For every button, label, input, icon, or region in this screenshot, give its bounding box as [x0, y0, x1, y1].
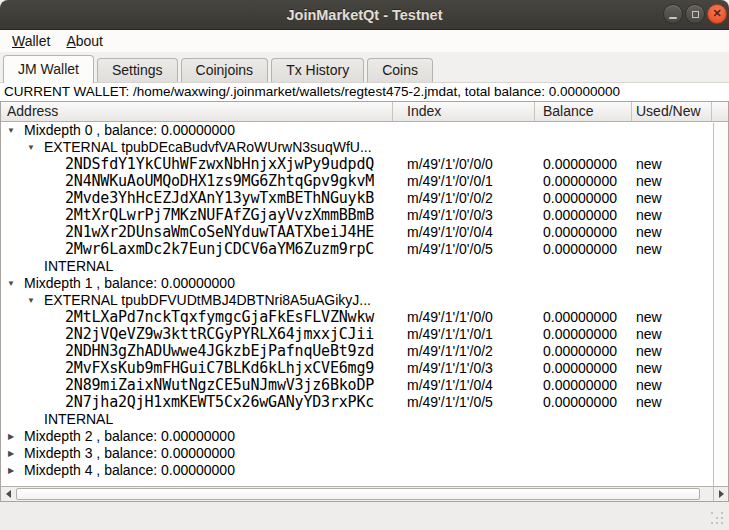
tree-row[interactable]: 2N1wXr2DUnsaWmCoSeNYduwTAATXbeiJ4HE m/49… [1, 224, 728, 241]
address-cell: 2Mwr6LaxmDc2k7EunjCDCV6aYM6Zuzm9rpC [1, 241, 393, 258]
expanded-arrow-icon[interactable]: ▼ [5, 122, 17, 139]
tree-row[interactable]: 2Mvde3YhHcEZJdXAnY13ywTxmBEThNGuykB m/49… [1, 190, 728, 207]
tab-coins[interactable]: Coins [367, 58, 433, 82]
balance-cell [535, 411, 632, 428]
balance-cell [535, 428, 632, 445]
minimize-button[interactable] [663, 4, 683, 24]
used-new-cell: new [632, 360, 712, 377]
balance-cell [535, 445, 632, 462]
tab-settings[interactable]: Settings [97, 58, 178, 82]
tree-row[interactable]: ▼ Mixdepth 1 , balance: 0.00000000 [1, 275, 728, 292]
vertical-scrollbar[interactable] [713, 123, 728, 486]
address-text: 2N89miZaixNWutNgzCE5uNJmwV3jz6BkoDP [65, 377, 374, 394]
titlebar[interactable]: JoinMarketQt - Testnet ✕ [0, 0, 729, 30]
balance-cell: 0.00000000 [535, 343, 632, 360]
address-text: 2Mvde3YhHcEZJdXAnY13ywTxmBEThNGuykB [65, 190, 374, 207]
balance-cell: 0.00000000 [535, 394, 632, 411]
column-header-balance[interactable]: Balance [535, 102, 632, 121]
maximize-button[interactable] [685, 4, 705, 24]
tree-row[interactable]: 2N89miZaixNWutNgzCE5uNJmwV3jz6BkoDP m/49… [1, 377, 728, 394]
tree-row[interactable]: 2N7jha2QjH1xmKEWT5Cx26wGANyYD3rxPKc m/49… [1, 394, 728, 411]
address-cell: ▼ EXTERNAL tpubDEcaBudvfVARoWUrwN3suqWfU… [1, 139, 393, 156]
collapsed-arrow-icon[interactable]: ▶ [5, 428, 17, 445]
collapsed-arrow-icon[interactable]: ▶ [5, 462, 17, 479]
tree-row[interactable]: 2MvFXsKub9mFHGuiC7BLKd6kLhjxCVE6mg9 m/49… [1, 360, 728, 377]
index-cell [393, 139, 535, 156]
wallet-tree: Address Index Balance Used/New ▼ Mixdept… [0, 101, 729, 486]
column-header-index[interactable]: Index [393, 102, 535, 121]
app-window: JoinMarketQt - Testnet ✕ Wallet About JM… [0, 0, 729, 530]
status-bar [0, 502, 729, 530]
expanded-arrow-icon[interactable]: ▼ [25, 139, 37, 156]
tab-jm-wallet[interactable]: JM Wallet [3, 55, 94, 83]
tree-row[interactable]: 2NDSfdY1YkCUhWFzwxNbHnjxXjwPy9udpdQ m/49… [1, 156, 728, 173]
index-cell [393, 292, 535, 309]
balance-cell [535, 292, 632, 309]
address-cell: 2N7jha2QjH1xmKEWT5Cx26wGANyYD3rxPKc [1, 394, 393, 411]
address-text: 2MtLXaPd7nckTqxfymgcGjaFkEsFLVZNwkw [65, 309, 374, 326]
tree-row[interactable]: ▼ Mixdepth 0 , balance: 0.00000000 [1, 122, 728, 139]
balance-cell [535, 139, 632, 156]
horizontal-scrollbar[interactable] [0, 486, 729, 502]
address-text: 2NDSfdY1YkCUhWFzwxNbHnjxXjwPy9udpdQ [65, 156, 374, 173]
index-cell [393, 411, 535, 428]
current-wallet-label: CURRENT WALLET: /home/waxwing/.joinmarke… [0, 83, 729, 101]
address-cell: 2N4NWKuAoUMQoDHX1zs9MG6ZhtqGpv9gkvM [1, 173, 393, 190]
address-cell: INTERNAL [1, 411, 393, 428]
tree-row[interactable]: INTERNAL [1, 411, 728, 428]
used-new-cell: new [632, 309, 712, 326]
index-cell: m/49'/1'/0'/0/2 [393, 190, 535, 207]
balance-cell [535, 122, 632, 139]
expanded-arrow-icon[interactable]: ▼ [25, 292, 37, 309]
resize-grip[interactable] [711, 512, 725, 526]
address-cell: 2Mvde3YhHcEZJdXAnY13ywTxmBEThNGuykB [1, 190, 393, 207]
tree-row[interactable]: INTERNAL [1, 258, 728, 275]
window-title: JoinMarketQt - Testnet [286, 7, 442, 23]
menu-wallet[interactable]: Wallet [4, 31, 58, 51]
expanded-arrow-icon[interactable]: ▼ [5, 275, 17, 292]
used-new-cell [632, 445, 712, 462]
column-header-address[interactable]: Address [1, 102, 393, 121]
used-new-cell [632, 122, 712, 139]
used-new-cell: new [632, 377, 712, 394]
address-text: Mixdepth 4 , balance: 0.00000000 [24, 462, 235, 479]
column-header-used-new[interactable]: Used/New [632, 102, 712, 121]
used-new-cell: new [632, 343, 712, 360]
tree-row[interactable]: 2MtLXaPd7nckTqxfymgcGjaFkEsFLVZNwkw m/49… [1, 309, 728, 326]
tree-row[interactable]: 2N4NWKuAoUMQoDHX1zs9MG6ZhtqGpv9gkvM m/49… [1, 173, 728, 190]
used-new-cell: new [632, 394, 712, 411]
balance-cell: 0.00000000 [535, 173, 632, 190]
index-cell: m/49'/1'/0'/0/1 [393, 173, 535, 190]
tree-row[interactable]: 2MtXrQLwrPj7MKzNUFAfZGjayVvzXmmBBmB m/49… [1, 207, 728, 224]
tree-row[interactable]: 2NDHN3gZhADUwwe4JGkzbEjPafnqUeBt9zd m/49… [1, 343, 728, 360]
tree-row[interactable]: ▼ EXTERNAL tpubDEcaBudvfVARoWUrwN3suqWfU… [1, 139, 728, 156]
collapsed-arrow-icon[interactable]: ▶ [5, 445, 17, 462]
address-text: Mixdepth 1 , balance: 0.00000000 [24, 275, 235, 292]
tree-row[interactable]: ▶ Mixdepth 3 , balance: 0.00000000 [1, 445, 728, 462]
tab-coinjoins[interactable]: Coinjoins [181, 58, 269, 82]
close-button[interactable]: ✕ [707, 4, 727, 24]
scroll-right-button[interactable] [713, 487, 728, 501]
balance-cell: 0.00000000 [535, 241, 632, 258]
address-text: 2MtXrQLwrPj7MKzNUFAfZGjayVvzXmmBBmB [65, 207, 374, 224]
tree-row[interactable]: ▼ EXTERNAL tpubDFVUDtMBJ4DBTNri8A5uAGiky… [1, 292, 728, 309]
address-cell: 2N1wXr2DUnsaWmCoSeNYduwTAATXbeiJ4HE [1, 224, 393, 241]
tab-bar: JM Wallet Settings Coinjoins Tx History … [0, 52, 729, 82]
tree-row[interactable]: 2N2jVQeVZ9w3kttRCGyPYRLX64jmxxjCJii m/49… [1, 326, 728, 343]
tree-row[interactable]: 2Mwr6LaxmDc2k7EunjCDCV6aYM6Zuzm9rpC m/49… [1, 241, 728, 258]
tab-tx-history[interactable]: Tx History [271, 58, 364, 82]
menu-about[interactable]: About [58, 31, 111, 51]
index-cell [393, 275, 535, 292]
scroll-left-button[interactable] [1, 487, 15, 501]
index-cell: m/49'/1'/1'/0/0 [393, 309, 535, 326]
address-cell: 2MtLXaPd7nckTqxfymgcGjaFkEsFLVZNwkw [1, 309, 393, 326]
address-cell: 2MtXrQLwrPj7MKzNUFAfZGjayVvzXmmBBmB [1, 207, 393, 224]
tree-row[interactable]: ▶ Mixdepth 4 , balance: 0.00000000 [1, 462, 728, 479]
used-new-cell: new [632, 207, 712, 224]
index-cell [393, 428, 535, 445]
horizontal-scrollbar-thumb[interactable] [16, 488, 700, 500]
index-cell: m/49'/1'/0'/0/5 [393, 241, 535, 258]
address-cell: ▶ Mixdepth 2 , balance: 0.00000000 [1, 428, 393, 445]
tree-row[interactable]: ▶ Mixdepth 2 , balance: 0.00000000 [1, 428, 728, 445]
address-text: EXTERNAL tpubDEcaBudvfVARoWUrwN3suqWfU..… [44, 139, 372, 156]
